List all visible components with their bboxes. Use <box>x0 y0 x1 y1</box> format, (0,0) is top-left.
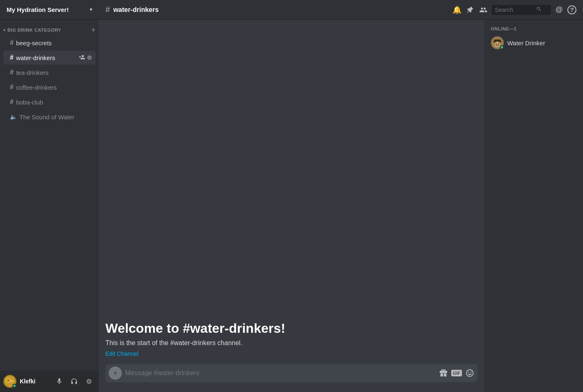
mic-button[interactable] <box>53 375 66 388</box>
user-bottom-bar: Klefki ⚙ <box>0 371 99 392</box>
message-input[interactable] <box>125 369 436 377</box>
search-box[interactable] <box>492 5 551 15</box>
add-person-icon-active[interactable] <box>79 54 85 62</box>
server-name-area[interactable]: My Hydration Server! ▾ <box>0 0 99 20</box>
message-input-box: + GIF <box>105 364 478 382</box>
voice-channel-icon: 🔈 <box>10 114 17 120</box>
emoji-icon[interactable] <box>465 369 474 378</box>
channel-hash-icon-active: # <box>10 54 14 61</box>
user-settings-button[interactable]: ⚙ <box>82 375 96 388</box>
sidebar-item-tea-drinkers[interactable]: # tea-drinkers <box>3 65 96 79</box>
channel-header: # water-drinkers <box>99 5 452 14</box>
member-item-water-drinker[interactable]: Water Drinker <box>487 35 580 51</box>
edit-channel-link[interactable]: Edit Channel <box>105 350 138 357</box>
message-add-button[interactable]: + <box>109 366 122 380</box>
svg-point-13 <box>496 44 497 45</box>
headphones-button[interactable] <box>68 375 81 388</box>
server-dropdown-icon: ▾ <box>90 7 92 12</box>
channel-hash-icon: # <box>10 39 14 46</box>
top-bar: My Hydration Server! ▾ # water-drinkers … <box>0 0 583 20</box>
sidebar-item-water-drinkers[interactable]: # water-drinkers ⚙ <box>3 51 96 65</box>
chat-messages: Welcome to #water-drinkers! This is the … <box>99 20 484 364</box>
sidebar: ▾ BIG DRINK CATEGORY + # beeg-secrets ⚙ … <box>0 20 99 392</box>
category-header[interactable]: ▾ BIG DRINK CATEGORY + <box>0 20 99 35</box>
bell-icon[interactable]: 🔔 <box>452 5 462 15</box>
svg-point-7 <box>7 380 9 381</box>
username-label: Klefki <box>20 378 49 385</box>
sidebar-item-boba-club[interactable]: # boba-club <box>3 95 96 109</box>
channel-name-beeg-secrets: beeg-secrets <box>16 39 92 46</box>
channel-hash-icon-tea: # <box>10 69 14 76</box>
category-add-icon[interactable]: + <box>91 26 96 34</box>
channel-name-sound-of-water: The Sound of Water <box>19 114 92 121</box>
members-icon[interactable] <box>478 5 488 15</box>
svg-point-14 <box>498 44 499 45</box>
input-right-icons: GIF <box>436 369 474 378</box>
sidebar-item-coffee-drinkers[interactable]: # coffee-drinkers <box>3 80 96 94</box>
search-input[interactable] <box>495 7 536 13</box>
at-icon[interactable]: @ <box>554 5 564 15</box>
help-icon[interactable]: ? <box>567 5 576 14</box>
online-header: ONLINE—1 <box>487 26 580 31</box>
header-icons: 🔔 @ ? <box>452 5 583 15</box>
settings-gear-icon-active[interactable]: ⚙ <box>87 54 92 61</box>
channel-name-tea-drinkers: tea-drinkers <box>16 69 92 76</box>
chat-area: Welcome to #water-drinkers! This is the … <box>99 20 484 392</box>
message-input-area: + GIF <box>99 364 484 392</box>
user-status-dot <box>12 384 16 388</box>
sidebar-item-sound-of-water[interactable]: 🔈 The Sound of Water <box>3 110 96 124</box>
user-avatar-area[interactable] <box>3 375 16 388</box>
channel-hash-icon-boba: # <box>10 98 14 106</box>
welcome-section: Welcome to #water-drinkers! This is the … <box>99 308 484 364</box>
svg-rect-6 <box>11 380 12 382</box>
member-status-dot <box>500 45 504 49</box>
pin-icon[interactable] <box>465 5 475 15</box>
welcome-desc: This is the start of the #water-drinkers… <box>105 339 478 347</box>
category-label: BIG DRINK CATEGORY <box>7 28 91 32</box>
channel-header-hash-icon: # <box>105 5 110 14</box>
channel-name-coffee-drinkers: coffee-drinkers <box>16 84 92 91</box>
category-chevron-icon: ▾ <box>3 28 6 33</box>
user-controls: ⚙ <box>53 375 96 388</box>
channel-name-boba-club: boba-club <box>16 99 92 106</box>
svg-rect-5 <box>12 380 13 382</box>
channel-header-name: water-drinkers <box>113 6 159 14</box>
sidebar-item-beeg-secrets[interactable]: # beeg-secrets ⚙ <box>3 36 96 50</box>
gift-icon[interactable] <box>439 369 448 378</box>
member-name-water-drinker: Water Drinker <box>507 39 545 46</box>
main-layout: ▾ BIG DRINK CATEGORY + # beeg-secrets ⚙ … <box>0 20 583 392</box>
svg-point-12 <box>494 42 500 47</box>
member-avatar-area <box>491 36 504 49</box>
server-name: My Hydration Server! <box>7 6 90 13</box>
right-panel: ONLINE—1 <box>484 20 583 392</box>
channel-name-water-drinkers: water-drinkers <box>16 54 79 61</box>
channel-actions-water-drinkers: ⚙ <box>79 54 92 62</box>
search-icon <box>536 6 542 13</box>
channel-hash-icon-coffee: # <box>10 84 14 91</box>
gif-button[interactable]: GIF <box>451 370 462 376</box>
welcome-title: Welcome to #water-drinkers! <box>105 321 478 336</box>
